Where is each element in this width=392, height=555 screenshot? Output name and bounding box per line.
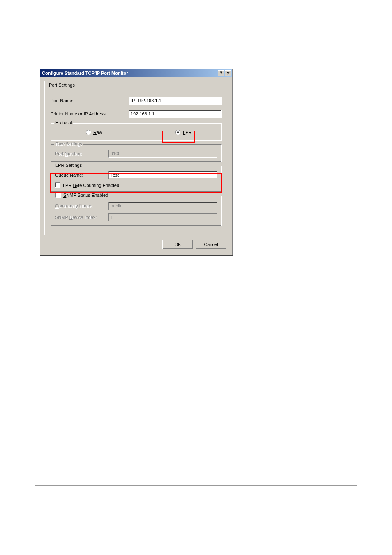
port-number-label: Port Number:	[55, 151, 108, 156]
queue-name-row: Queue Name:	[55, 171, 217, 179]
protocol-legend: Protocol	[54, 120, 73, 125]
printer-address-label: Printer Name or IP Address:	[51, 111, 129, 116]
dialog-body: Port Settings Port Name: Printer Name or…	[40, 77, 232, 255]
community-name-label: Community Name:	[55, 203, 108, 208]
radio-dot-icon	[177, 131, 179, 133]
snmp-status-label: SNMP Status Enabled	[63, 193, 108, 198]
protocol-lpr-label: LPR	[183, 130, 191, 135]
printer-address-row: Printer Name or IP Address:	[51, 110, 222, 118]
port-number-row: Port Number:	[55, 150, 217, 158]
lpr-settings-fieldset: LPR Settings Queue Name: LPR Byte Counti…	[51, 166, 222, 192]
page-divider-top	[35, 38, 357, 38]
page-divider-bottom	[35, 485, 357, 486]
protocol-raw-label: Raw	[93, 130, 102, 135]
protocol-row: Raw LPR	[55, 128, 217, 136]
radio-icon	[86, 130, 91, 135]
cancel-button[interactable]: Cancel	[196, 240, 226, 249]
dialog-buttons: OK Cancel	[44, 235, 228, 251]
queue-name-input[interactable]	[108, 171, 217, 179]
radio-icon	[175, 130, 180, 135]
lpr-settings-legend: LPR Settings	[54, 163, 83, 168]
port-name-label: Port Name:	[51, 98, 129, 103]
titlebar-title: Configure Standard TCP/IP Port Monitor	[42, 71, 218, 76]
port-monitor-dialog: Configure Standard TCP/IP Port Monitor ?…	[40, 69, 233, 255]
checkbox-icon	[55, 192, 61, 198]
protocol-raw-radio[interactable]: Raw	[86, 130, 102, 135]
raw-settings-fieldset: Raw Settings Port Number:	[51, 144, 222, 162]
snmp-fieldset: SNMP Status Enabled Community Name: SNMP…	[51, 196, 222, 226]
port-name-row: Port Name:	[51, 97, 222, 105]
ok-button[interactable]: OK	[162, 240, 193, 249]
tab-panel: Port Name: Printer Name or IP Address: P…	[44, 89, 228, 235]
snmp-legend-checkbox[interactable]: SNMP Status Enabled	[54, 192, 109, 198]
printer-address-input[interactable]	[129, 110, 222, 118]
device-index-row: SNMP Device Index:	[55, 213, 217, 221]
community-name-row: Community Name:	[55, 202, 217, 210]
lpr-byte-counting-row[interactable]: LPR Byte Counting Enabled	[55, 182, 217, 188]
device-index-input	[108, 213, 217, 221]
titlebar: Configure Standard TCP/IP Port Monitor ?…	[40, 69, 232, 77]
port-name-input[interactable]	[129, 97, 222, 105]
tab-port-settings[interactable]: Port Settings	[44, 81, 79, 89]
lpr-byte-counting-label: LPR Byte Counting Enabled	[63, 183, 119, 188]
device-index-label: SNMP Device Index:	[55, 215, 108, 220]
protocol-lpr-radio[interactable]: LPR	[175, 130, 191, 135]
port-number-input	[108, 150, 217, 158]
protocol-fieldset: Protocol Raw LPR	[51, 123, 222, 141]
help-button[interactable]: ?	[218, 70, 224, 76]
checkbox-icon	[55, 182, 60, 188]
community-name-input	[108, 202, 217, 210]
tab-strip: Port Settings	[44, 81, 228, 89]
raw-settings-legend: Raw Settings	[54, 141, 83, 146]
queue-name-label: Queue Name:	[55, 173, 108, 177]
close-button[interactable]: ✕	[225, 70, 231, 76]
